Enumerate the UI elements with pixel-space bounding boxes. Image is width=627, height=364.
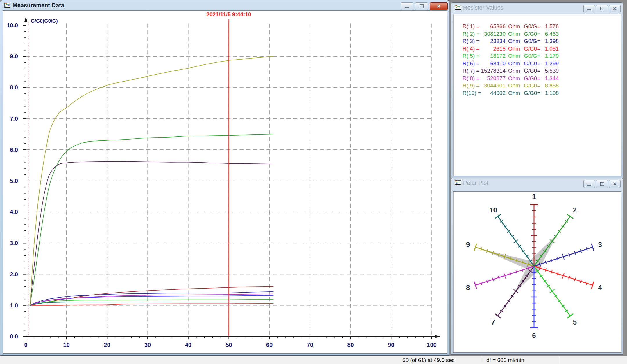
resistor-row: R( 1) =65366OhmG0/G=1.576 bbox=[453, 23, 621, 30]
restore-button[interactable] bbox=[415, 2, 428, 10]
resistor-ratio-label: G0/G= bbox=[524, 38, 540, 44]
app-icon bbox=[4, 3, 10, 8]
app-icon bbox=[455, 5, 461, 10]
svg-text:70: 70 bbox=[307, 342, 313, 348]
resistor-ratio-label: G/G0= bbox=[524, 90, 540, 96]
close-button[interactable]: ✕ bbox=[609, 5, 621, 12]
resistor-row: R( 7) =15278314OhmG/G0=5.539 bbox=[453, 68, 621, 75]
resistor-ohm-value: 3081230 bbox=[476, 31, 506, 37]
resistor-ohm-value: 18172 bbox=[476, 53, 506, 59]
svg-text:6: 6 bbox=[532, 331, 536, 339]
polar-axis-2: 2 bbox=[534, 206, 577, 266]
resistor-ohm-value: 520877 bbox=[476, 75, 506, 82]
resistor-unit: Ohm bbox=[508, 90, 520, 96]
resistor-row: R( 2) =3081230OhmG/G0=6.453 bbox=[453, 31, 621, 38]
svg-text:10.0: 10.0 bbox=[7, 22, 18, 28]
resistor-ratio-value: 1.051 bbox=[542, 46, 559, 52]
resistor-ratio-value: 1.344 bbox=[542, 75, 559, 82]
window-title: Polar Plot bbox=[463, 180, 488, 186]
resistor-ohm-value: 3044901 bbox=[476, 82, 506, 89]
svg-text:2.0: 2.0 bbox=[10, 271, 18, 277]
svg-text:8: 8 bbox=[466, 284, 470, 291]
status-bar: 50 (of 61) at 49.0 sec df = 600 ml/min bbox=[0, 356, 627, 364]
close-button[interactable]: ✕ bbox=[430, 2, 448, 10]
svg-text:10: 10 bbox=[489, 206, 497, 214]
resistor-ohm-value: 15278314 bbox=[476, 68, 506, 74]
svg-text:2: 2 bbox=[573, 206, 577, 214]
svg-text:1: 1 bbox=[532, 193, 536, 201]
polar-axis-5: 5 bbox=[534, 266, 577, 326]
window-title: Measurement Data bbox=[12, 2, 64, 9]
status-flow: df = 600 ml/min bbox=[486, 357, 524, 363]
resistor-ratio-value: 1.179 bbox=[542, 53, 559, 59]
svg-text:9.0: 9.0 bbox=[10, 53, 18, 60]
polar-plot-window: Polar Plot ✕ 12345678910 bbox=[451, 178, 623, 355]
resistor-ratio-value: 8.858 bbox=[542, 82, 559, 89]
resistor-ratio-value: 5.539 bbox=[542, 68, 559, 74]
status-divider bbox=[560, 356, 560, 363]
resistor-unit: Ohm bbox=[508, 75, 520, 82]
resistor-ratio-value: 1.576 bbox=[542, 23, 559, 30]
resistor-ohm-value: 65366 bbox=[476, 23, 506, 30]
measurement-window: Measurement Data ✕ 0.01.02.03.04.05.06.0… bbox=[0, 0, 449, 356]
resistor-row: R( 4) =2615OhmG/G0=1.051 bbox=[453, 46, 621, 53]
resistor-row: R( 3) =23234OhmG0/G=1.398 bbox=[453, 38, 621, 45]
resistor-ohm-value: 44902 bbox=[476, 90, 506, 96]
resistor-values-window: Resistor Values ✕ R( 1) =65366OhmG0/G=1.… bbox=[451, 2, 623, 178]
svg-text:80: 80 bbox=[347, 342, 354, 348]
axis-labels: 0.01.02.03.04.05.06.07.08.09.010.0010203… bbox=[7, 22, 437, 348]
status-divider bbox=[483, 356, 483, 363]
svg-text:5: 5 bbox=[573, 318, 577, 326]
svg-text:5.0: 5.0 bbox=[10, 178, 18, 184]
resistor-ohm-value: 23234 bbox=[476, 38, 506, 44]
svg-text:7.0: 7.0 bbox=[10, 116, 18, 122]
resistor-ratio-value: 6.453 bbox=[542, 31, 559, 37]
close-icon: ✕ bbox=[437, 4, 440, 9]
resistor-row: R( 6) =68410OhmG/G0=1.299 bbox=[453, 60, 621, 68]
window-title: Resistor Values bbox=[463, 4, 504, 11]
resistor-ratio-label: G/G0= bbox=[524, 75, 540, 82]
resistor-list: R( 1) =65366OhmG0/G=1.576R( 2) =3081230O… bbox=[453, 14, 621, 176]
close-icon: ✕ bbox=[613, 6, 617, 11]
resistor-ohm-value: 2615 bbox=[476, 46, 506, 52]
status-position: 50 (of 61) at 49.0 sec bbox=[402, 357, 455, 363]
application-root: Measurement Data ✕ 0.01.02.03.04.05.06.0… bbox=[0, 0, 627, 364]
measurement-title-bar[interactable]: Measurement Data bbox=[0, 0, 449, 10]
y-axis-title: G/G0(G0/G) bbox=[31, 18, 58, 24]
svg-text:4: 4 bbox=[598, 284, 602, 291]
resistor-row: R( 8) =520877OhmG/G0=1.344 bbox=[453, 75, 621, 82]
restore-icon bbox=[420, 4, 424, 8]
close-icon: ✕ bbox=[613, 182, 617, 186]
resistor-row: R( 5) =18172OhmG0/G=1.179 bbox=[453, 53, 621, 60]
minimize-button[interactable] bbox=[401, 2, 413, 10]
svg-text:9: 9 bbox=[466, 241, 470, 248]
axes bbox=[23, 17, 440, 339]
measurement-chart[interactable]: 0.01.02.03.04.05.06.07.08.09.010.0010203… bbox=[3, 11, 447, 353]
polar-axis-6: 6 bbox=[530, 266, 538, 339]
resistor-ratio-label: G/G0= bbox=[524, 68, 540, 74]
svg-text:40: 40 bbox=[185, 342, 191, 348]
svg-text:10: 10 bbox=[63, 342, 70, 348]
svg-text:1.0: 1.0 bbox=[10, 302, 18, 309]
svg-text:6.0: 6.0 bbox=[10, 147, 18, 153]
resistor-unit: Ohm bbox=[508, 68, 520, 74]
close-button[interactable]: ✕ bbox=[609, 180, 621, 188]
resistor-unit: Ohm bbox=[508, 38, 520, 44]
svg-text:4.0: 4.0 bbox=[10, 209, 18, 215]
svg-text:3.0: 3.0 bbox=[10, 240, 18, 246]
resistor-ratio-label: G0/G= bbox=[524, 53, 540, 59]
polar-chart: 12345678910 bbox=[453, 192, 621, 352]
resistor-ratio-label: G/G0= bbox=[524, 60, 540, 67]
resistor-ratio-value: 1.398 bbox=[542, 38, 559, 44]
svg-text:8.0: 8.0 bbox=[10, 84, 18, 91]
resistor-row: R(10) =44902OhmG/G0=1.108 bbox=[453, 90, 621, 97]
minimize-button[interactable] bbox=[583, 5, 595, 12]
restore-button[interactable] bbox=[596, 180, 608, 188]
resistor-ratio-value: 1.299 bbox=[542, 60, 559, 67]
resistor-unit: Ohm bbox=[508, 53, 520, 59]
restore-button[interactable] bbox=[596, 5, 608, 12]
minimize-button[interactable] bbox=[583, 180, 595, 188]
restore-icon bbox=[600, 7, 604, 10]
resistor-ohm-value: 68410 bbox=[476, 60, 506, 67]
svg-text:50: 50 bbox=[225, 342, 232, 348]
